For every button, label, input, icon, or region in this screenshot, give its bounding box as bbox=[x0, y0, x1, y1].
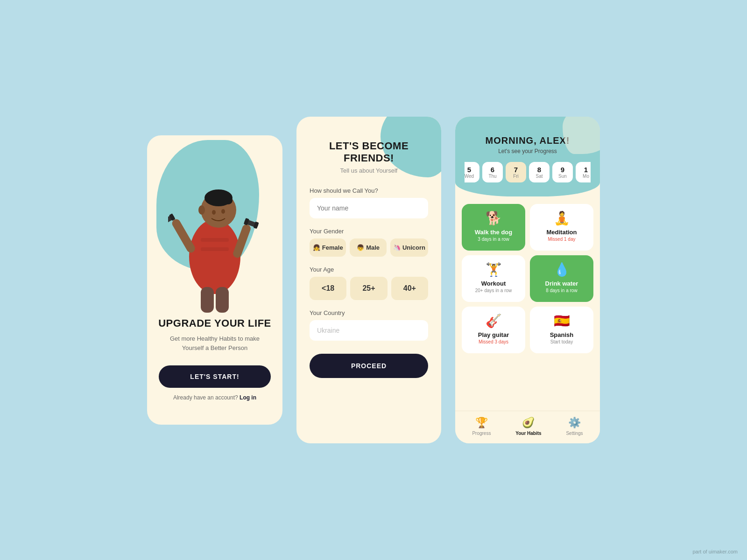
nav-settings[interactable]: ⚙️ Settings bbox=[566, 417, 583, 436]
walk-dog-name: Walk the dog bbox=[475, 229, 512, 236]
guitar-name: Play guitar bbox=[478, 331, 509, 338]
drink-water-streak: 8 days in a row bbox=[546, 288, 577, 293]
screen-profile-setup: LET'S BECOME FRIENDS! Tell us about Your… bbox=[296, 117, 441, 443]
date-item-sat[interactable]: 8 Sat bbox=[529, 162, 550, 182]
svg-rect-7 bbox=[170, 217, 197, 254]
workout-name: Workout bbox=[481, 280, 506, 287]
progress-icon: 🏆 bbox=[475, 417, 488, 429]
person-illustration bbox=[168, 163, 261, 313]
screen1-text-content: UPGRADE YOUR LIFE Get more Healthy Habit… bbox=[147, 317, 282, 401]
screen2-title: LET'S BECOME FRIENDS! bbox=[310, 140, 428, 164]
habit-card-walk-dog[interactable]: 🐕 Walk the dog 3 days in a row bbox=[462, 204, 525, 251]
svg-point-6 bbox=[221, 209, 225, 214]
proceed-button[interactable]: PROCEED bbox=[310, 354, 428, 378]
header-decoration-blob bbox=[563, 117, 600, 154]
login-link[interactable]: Log in bbox=[240, 394, 256, 401]
svg-point-0 bbox=[189, 219, 240, 294]
settings-nav-label: Settings bbox=[566, 431, 583, 436]
svg-rect-16 bbox=[201, 247, 229, 251]
walk-dog-streak: 3 days in a row bbox=[478, 237, 509, 242]
screen-habits-dashboard: MORNING, ALEX! Let's see your Progress 5… bbox=[455, 117, 600, 443]
svg-rect-18 bbox=[216, 287, 229, 313]
drink-water-name: Drink water bbox=[545, 280, 578, 287]
workout-icon: 🏋️ bbox=[486, 262, 502, 277]
workout-streak: 20+ days in a row bbox=[475, 288, 512, 293]
age-40plus-button[interactable]: 40+ bbox=[391, 277, 428, 300]
habit-card-meditation[interactable]: 🧘 Meditation Missed 1 day bbox=[530, 204, 593, 251]
guitar-icon: 🎸 bbox=[486, 313, 502, 329]
spanish-icon: 🇪🇸 bbox=[554, 313, 570, 329]
lets-start-button[interactable]: LET'S START! bbox=[159, 365, 271, 388]
dashboard-header: MORNING, ALEX! Let's see your Progress 5… bbox=[455, 117, 600, 196]
gender-label: Your Gender bbox=[310, 228, 428, 235]
login-prompt: Already have an account? Log in bbox=[158, 394, 271, 401]
age-25plus-button[interactable]: 25+ bbox=[350, 277, 387, 300]
date-item-mon[interactable]: 1 Mo bbox=[576, 162, 591, 182]
age-selector: <18 25+ 40+ bbox=[310, 277, 428, 300]
nav-your-habits[interactable]: 🥑 Your Habits bbox=[515, 417, 541, 436]
spanish-name: Spanish bbox=[550, 331, 574, 338]
name-label: How should we Call You? bbox=[310, 187, 428, 194]
age-under18-button[interactable]: <18 bbox=[310, 277, 346, 300]
habits-nav-label: Your Habits bbox=[515, 431, 541, 436]
screen1-subtitle: Get more Healthy Habits to make Yourself… bbox=[158, 334, 271, 352]
spanish-streak: Start today bbox=[550, 339, 573, 344]
meditation-icon: 🧘 bbox=[554, 210, 570, 226]
habit-card-workout[interactable]: 🏋️ Workout 20+ days in a row bbox=[462, 255, 525, 302]
gender-female-button[interactable]: 👧 Female bbox=[310, 238, 346, 257]
date-item-sun[interactable]: 9 Sun bbox=[552, 162, 573, 182]
progress-nav-label: Progress bbox=[472, 431, 491, 436]
date-item-thu[interactable]: 6 Thu bbox=[482, 162, 503, 182]
drink-water-icon: 💧 bbox=[554, 262, 570, 277]
watermark: part of uimaker.com bbox=[692, 549, 738, 554]
bottom-navigation: 🏆 Progress 🥑 Your Habits ⚙️ Settings bbox=[455, 411, 600, 443]
nav-progress[interactable]: 🏆 Progress bbox=[472, 417, 491, 436]
svg-rect-15 bbox=[201, 238, 229, 242]
screen-onboarding: UPGRADE YOUR LIFE Get more Healthy Habit… bbox=[147, 135, 282, 425]
meditation-name: Meditation bbox=[547, 229, 577, 236]
walk-dog-icon: 🐕 bbox=[486, 210, 502, 226]
screen2-form-content: LET'S BECOME FRIENDS! Tell us about Your… bbox=[296, 117, 441, 350]
svg-point-4 bbox=[198, 205, 205, 215]
screen2-subtitle: Tell us about Yourself bbox=[310, 167, 428, 174]
svg-point-3 bbox=[223, 197, 233, 204]
guitar-streak: Missed 3 days bbox=[479, 339, 508, 344]
date-item-wed[interactable]: 5 Wed bbox=[465, 162, 479, 182]
name-input[interactable] bbox=[310, 198, 428, 218]
gender-male-button[interactable]: 👦 Male bbox=[350, 238, 386, 257]
age-label: Your Age bbox=[310, 266, 428, 273]
svg-rect-17 bbox=[201, 287, 214, 313]
gender-selector: 👧 Female 👦 Male 🦄 Unicorn bbox=[310, 238, 428, 257]
country-input[interactable] bbox=[310, 320, 428, 341]
country-label: Your Country bbox=[310, 309, 428, 316]
illustration-container bbox=[147, 135, 282, 313]
habits-icon: 🥑 bbox=[522, 417, 535, 429]
screen1-title: UPGRADE YOUR LIFE bbox=[158, 317, 271, 329]
gender-unicorn-button[interactable]: 🦄 Unicorn bbox=[390, 238, 428, 257]
habit-card-spanish[interactable]: 🇪🇸 Spanish Start today bbox=[530, 307, 593, 353]
habit-card-guitar[interactable]: 🎸 Play guitar Missed 3 days bbox=[462, 307, 525, 353]
habit-card-drink-water[interactable]: 💧 Drink water 8 days in a row bbox=[530, 255, 593, 302]
meditation-streak: Missed 1 day bbox=[548, 237, 576, 242]
date-item-fri[interactable]: 7 Fri bbox=[506, 162, 526, 182]
settings-icon: ⚙️ bbox=[568, 417, 581, 429]
date-strip: 5 Wed 6 Thu 7 Fri 8 Sat 9 Sun 1 Mo bbox=[465, 162, 591, 182]
habits-grid: 🐕 Walk the dog 3 days in a row 🧘 Meditat… bbox=[455, 196, 600, 358]
svg-point-5 bbox=[212, 210, 216, 215]
